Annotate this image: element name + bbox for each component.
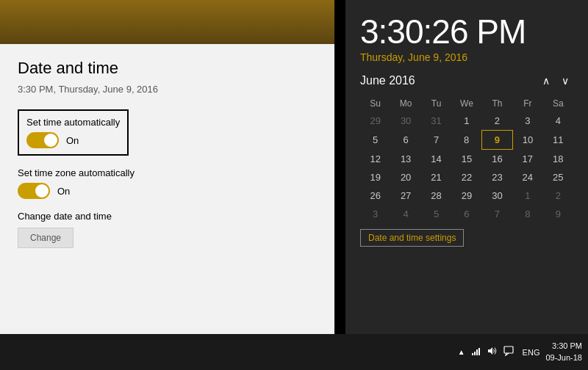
- weekday-we: We: [451, 95, 481, 112]
- date-time-settings-link[interactable]: Date and time settings: [360, 229, 464, 247]
- calendar-day[interactable]: 14: [421, 150, 451, 169]
- settings-title: Date and time: [18, 59, 317, 78]
- calendar-day[interactable]: 4: [390, 205, 420, 223]
- svg-marker-4: [488, 347, 492, 355]
- calendar-week-row: 262728293012: [360, 186, 573, 205]
- calendar-day[interactable]: 9: [482, 131, 512, 150]
- set-time-auto-toggle[interactable]: [26, 132, 59, 148]
- tray-icons: ▲: [458, 346, 514, 358]
- set-timezone-auto-toggle[interactable]: [18, 183, 50, 199]
- calendar-day[interactable]: 26: [360, 186, 390, 205]
- calendar: June 2016 ∧ ∨ Su Mo Tu We Th Fr Sa 29303…: [360, 73, 573, 327]
- calendar-day[interactable]: 23: [482, 168, 512, 186]
- calendar-day[interactable]: 13: [390, 150, 420, 169]
- calendar-day[interactable]: 3: [360, 205, 390, 223]
- set-timezone-auto-state: On: [57, 186, 70, 197]
- calendar-nav-group: ∧ ∨: [538, 73, 573, 88]
- calendar-day[interactable]: 30: [390, 112, 420, 131]
- calendar-day[interactable]: 21: [421, 168, 451, 186]
- calendar-day[interactable]: 19: [360, 168, 390, 186]
- calendar-day[interactable]: 17: [512, 150, 542, 169]
- weekday-su: Su: [360, 95, 390, 112]
- calendar-day[interactable]: 29: [360, 112, 390, 131]
- calendar-week-row: 19202122232425: [360, 168, 573, 186]
- calendar-day[interactable]: 5: [421, 205, 451, 223]
- svg-rect-1: [474, 352, 476, 355]
- calendar-day[interactable]: 4: [543, 112, 573, 131]
- calendar-day[interactable]: 10: [512, 131, 542, 150]
- weekday-sa: Sa: [543, 95, 573, 112]
- show-hidden-icons[interactable]: ▲: [458, 348, 465, 356]
- calendar-weekday-header-row: Su Mo Tu We Th Fr Sa: [360, 95, 573, 112]
- calendar-day[interactable]: 8: [512, 205, 542, 223]
- taskbar-time-date: 3:30 PM 09-Jun-18: [545, 341, 582, 363]
- calendar-day[interactable]: 18: [543, 150, 573, 169]
- svg-rect-3: [478, 348, 480, 355]
- calendar-day[interactable]: 6: [390, 131, 420, 150]
- calendar-day[interactable]: 9: [543, 205, 573, 223]
- change-datetime-row: Change date and time Change: [18, 211, 317, 248]
- calendar-day[interactable]: 16: [482, 150, 512, 169]
- calendar-month-year: June 2016: [360, 74, 415, 87]
- taskbar: ▲ ENG 3:30 PM: [0, 334, 588, 370]
- set-time-auto-box: Set time automatically On: [18, 109, 129, 156]
- calendar-day[interactable]: 31: [421, 112, 451, 131]
- calendar-day[interactable]: 25: [543, 168, 573, 186]
- calendar-day[interactable]: 22: [451, 168, 481, 186]
- set-timezone-auto-row: Set time zone automatically On: [18, 167, 317, 199]
- svg-rect-5: [504, 347, 513, 353]
- calendar-week-row: 12131415161718: [360, 150, 573, 169]
- weekday-mo: Mo: [390, 95, 420, 112]
- current-time-display: 3:30 PM, Thursday, June 9, 2016: [18, 84, 317, 95]
- set-time-auto-row: On: [26, 132, 120, 148]
- right-panel: 3:30:26 PM Thursday, June 9, 2016 June 2…: [345, 0, 588, 334]
- calendar-day[interactable]: 2: [543, 186, 573, 205]
- calendar-day[interactable]: 27: [390, 186, 420, 205]
- set-timezone-auto-label: Set time zone automatically: [18, 167, 317, 178]
- calendar-day[interactable]: 11: [543, 131, 573, 150]
- calendar-day[interactable]: 28: [421, 186, 451, 205]
- change-datetime-label: Change date and time: [18, 211, 317, 222]
- calendar-day[interactable]: 20: [390, 168, 420, 186]
- calendar-day[interactable]: 12: [360, 150, 390, 169]
- volume-icon[interactable]: [487, 346, 498, 358]
- weekday-th: Th: [482, 95, 512, 112]
- weekday-tu: Tu: [421, 95, 451, 112]
- calendar-day[interactable]: 7: [482, 205, 512, 223]
- taskbar-date: 09-Jun-18: [545, 352, 582, 363]
- calendar-day[interactable]: 30: [482, 186, 512, 205]
- calendar-day[interactable]: 2: [482, 112, 512, 131]
- set-timezone-toggle-row: On: [18, 183, 317, 199]
- svg-rect-2: [476, 349, 478, 355]
- settings-panel: Date and time 3:30 PM, Thursday, June 9,…: [0, 44, 334, 334]
- calendar-day[interactable]: 6: [451, 205, 481, 223]
- calendar-day[interactable]: 8: [451, 131, 481, 150]
- weekday-fr: Fr: [512, 95, 542, 112]
- calendar-grid: Su Mo Tu We Th Fr Sa 2930311234567891011…: [360, 95, 573, 223]
- calendar-day[interactable]: 1: [451, 112, 481, 131]
- calendar-day[interactable]: 3: [512, 112, 542, 131]
- svg-rect-0: [472, 353, 473, 355]
- calendar-day[interactable]: 29: [451, 186, 481, 205]
- calendar-next-button[interactable]: ∨: [557, 73, 573, 88]
- calendar-week-row: 3456789: [360, 205, 573, 223]
- calendar-day[interactable]: 5: [360, 131, 390, 150]
- set-time-auto-state: On: [66, 135, 79, 146]
- calendar-header: June 2016 ∧ ∨: [360, 73, 573, 88]
- calendar-week-row: 2930311234: [360, 112, 573, 131]
- calendar-day[interactable]: 15: [451, 150, 481, 169]
- set-time-auto-label: Set time automatically: [26, 117, 120, 128]
- calendar-day[interactable]: 24: [512, 168, 542, 186]
- message-icon[interactable]: [503, 346, 514, 358]
- calendar-day[interactable]: 7: [421, 131, 451, 150]
- clock-time: 3:30:26 PM: [360, 15, 573, 48]
- calendar-day[interactable]: 1: [512, 186, 542, 205]
- network-icon[interactable]: [471, 346, 481, 358]
- taskbar-time: 3:30 PM: [545, 341, 582, 352]
- taskbar-lang: ENG: [523, 348, 540, 357]
- clock-date: Thursday, June 9, 2016: [360, 51, 573, 63]
- calendar-prev-button[interactable]: ∧: [538, 73, 554, 88]
- change-button[interactable]: Change: [18, 228, 74, 248]
- top-image-area: [0, 0, 334, 44]
- calendar-week-row: 567891011: [360, 131, 573, 150]
